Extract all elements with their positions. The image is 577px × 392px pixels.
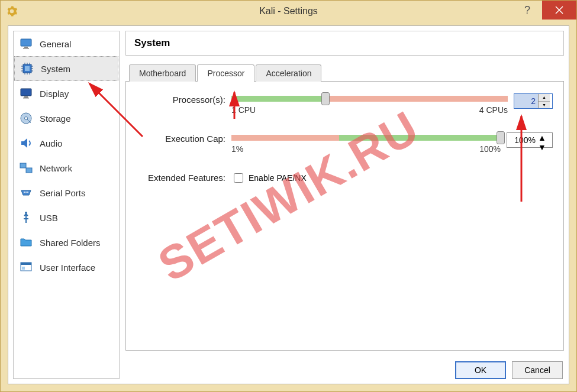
spin-down-icon[interactable]: ▼ [539,102,550,109]
serial-icon [18,185,34,200]
sidebar-item-sharedfolders[interactable]: Shared Folders [14,230,119,255]
sidebar-item-label: General [40,39,71,49]
exec-cap-slider-thumb[interactable] [497,131,505,144]
help-button[interactable]: ? [512,1,542,20]
processors-label: Processor(s): [137,93,225,105]
svg-rect-4 [25,66,30,71]
exec-cap-row: Execution Cap: 1% 100% [137,132,553,154]
window-title: Kali - Settings [1,6,576,17]
gear-icon [5,5,18,18]
sidebar-item-label: Display [40,89,69,99]
sidebar-item-audio[interactable]: Audio [14,131,119,155]
main-panel: System Motherboard Processor Acceleratio… [125,31,564,355]
pae-checkbox[interactable] [234,173,243,183]
processors-row: Processor(s): 1 CPU 4 CPUs [137,93,553,115]
sidebar: General System Display Storage Audio Net… [13,31,120,379]
svg-point-13 [25,192,27,193]
sidebar-item-label: USB [40,213,58,223]
svg-rect-7 [23,98,29,99]
tab-processor[interactable]: Processor [197,64,254,82]
exec-cap-min-label: 1% [231,144,243,154]
exec-cap-slider[interactable]: 1% 100% [231,132,501,154]
network-icon [18,160,34,176]
sidebar-item-serialports[interactable]: Serial Ports [14,180,119,205]
svg-point-12 [24,192,25,193]
folder-icon [18,235,34,250]
sidebar-item-system[interactable]: System [14,56,118,81]
speaker-icon [18,135,34,151]
processors-value-input[interactable] [514,94,538,108]
svg-rect-11 [26,168,32,173]
processors-spinner[interactable]: ▲ ▼ [514,93,553,109]
exec-cap-max-label: 100% [479,144,501,154]
sidebar-item-label: Serial Ports [40,188,86,198]
button-bar: OK Cancel [455,361,563,379]
sidebar-item-storage[interactable]: Storage [14,106,119,131]
disk-icon [18,111,34,126]
ok-button[interactable]: OK [455,361,506,379]
sidebar-item-display[interactable]: Display [14,81,119,106]
spin-up-icon[interactable]: ▲ [539,94,550,102]
pae-label: Enable PAE/NX [249,173,307,183]
sidebar-item-userinterface[interactable]: User Interface [14,255,119,280]
chip-icon [20,61,35,76]
sidebar-item-label: System [41,64,70,74]
svg-point-15 [25,212,27,214]
svg-rect-18 [22,267,25,270]
extended-features-row: Extended Features: Enable PAE/NX [137,171,553,184]
spin-up-icon[interactable]: ▲ [538,133,546,142]
svg-rect-17 [21,263,31,265]
svg-rect-10 [20,163,26,168]
svg-rect-2 [23,48,29,49]
svg-point-9 [25,117,28,120]
processors-slider-thumb[interactable] [321,92,330,105]
processors-slider[interactable]: 1 CPU 4 CPUs [231,93,508,115]
tabstrip: Motherboard Processor Acceleration [125,64,564,82]
processors-max-label: 4 CPUs [479,105,508,115]
sidebar-item-usb[interactable]: USB [14,205,119,230]
content-area: General System Display Storage Audio Net… [8,25,569,384]
titlebar: Kali - Settings ? [1,1,576,22]
sidebar-item-label: Audio [40,138,62,148]
exec-cap-spinner[interactable]: ▲ ▼ [507,132,553,148]
exec-cap-label: Execution Cap: [137,132,225,144]
sidebar-item-label: Shared Folders [40,238,101,248]
sidebar-item-general[interactable]: General [14,31,119,56]
svg-point-14 [27,192,28,193]
cancel-button[interactable]: Cancel [512,361,563,379]
display-icon [18,86,34,101]
close-button[interactable] [542,1,576,20]
svg-rect-1 [24,47,28,48]
sidebar-item-label: Storage [40,114,71,124]
sidebar-item-label: User Interface [40,263,95,273]
tab-motherboard[interactable]: Motherboard [129,64,196,82]
page-title: System [125,31,564,56]
spin-down-icon[interactable]: ▼ [538,142,546,152]
sidebar-item-network[interactable]: Network [14,155,119,180]
svg-rect-5 [21,89,31,96]
exec-cap-value-input[interactable] [507,133,538,147]
svg-rect-6 [24,96,28,98]
tab-acceleration[interactable]: Acceleration [256,64,321,82]
usb-icon [18,210,34,225]
extended-features-label: Extended Features: [137,171,225,183]
settings-window: Kali - Settings ? General System Display [0,0,577,392]
monitor-icon [18,36,34,51]
tab-body: Processor(s): 1 CPU 4 CPUs [125,82,564,351]
processors-min-label: 1 CPU [231,105,256,115]
ui-icon [18,260,34,275]
sidebar-item-label: Network [40,163,72,173]
svg-rect-0 [21,39,31,46]
